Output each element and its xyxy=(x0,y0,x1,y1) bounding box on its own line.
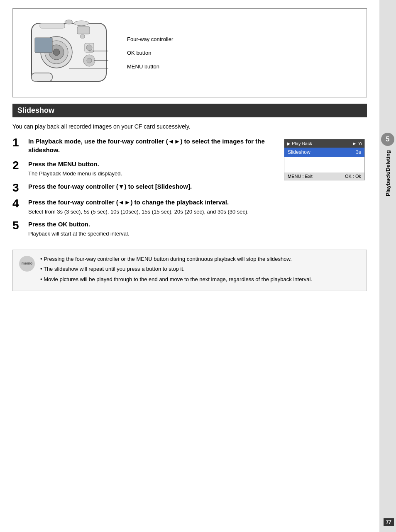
menu-row-label: Slideshow xyxy=(288,149,310,155)
memo-item-1: Pressing the four-way controller or the … xyxy=(40,255,312,264)
step-3-number: 3 xyxy=(12,182,24,194)
svg-point-14 xyxy=(74,21,89,26)
svg-rect-12 xyxy=(35,38,52,53)
menu-header-right: ► Yi xyxy=(352,141,362,146)
step-4: 4 Press the four-way controller (◄►) to … xyxy=(12,198,276,216)
step-1: 1 In Playback mode, use the four-way con… xyxy=(12,137,276,155)
menu-footer-left: MENU : Exit xyxy=(288,174,313,179)
memo-icon: memo xyxy=(19,256,35,272)
camera-svg xyxy=(19,15,119,90)
chapter-label: Playback/Deleting xyxy=(385,150,391,196)
menu-header-arrow: ► xyxy=(352,141,357,146)
menu-header-left: ▶ Play Back xyxy=(287,141,312,146)
main-content: Four-way controller OK button MENU butto… xyxy=(0,0,379,532)
svg-rect-13 xyxy=(32,73,52,81)
intro-text: You can play back all recorded images on… xyxy=(12,122,367,131)
camera-labels: Four-way controller OK button MENU butto… xyxy=(127,36,173,70)
menu-screenshot-area: ▶ Play Back ► Yi Slideshow 3s MENU : Ex xyxy=(284,137,367,242)
svg-point-10 xyxy=(87,58,92,63)
step-5-title: Press the OK button. xyxy=(28,220,276,228)
step-4-desc: Select from 3s (3 sec), 5s (5 sec), 10s … xyxy=(28,208,276,216)
memo-item-2: The slideshow will repeat until you pres… xyxy=(40,265,312,274)
menu-footer-right: OK : Ok xyxy=(345,174,361,179)
step-1-number: 1 xyxy=(12,137,24,148)
svg-rect-5 xyxy=(40,23,65,28)
memo-icon-container: memo xyxy=(19,255,35,272)
step-2-desc: The Playback Mode menu is displayed. xyxy=(28,170,276,178)
section-heading: Slideshow xyxy=(12,104,367,117)
step-4-number: 4 xyxy=(12,198,24,209)
step-2-title: Press the MENU button. xyxy=(28,160,276,168)
chapter-number: 5 xyxy=(381,133,394,146)
label-ok-text: OK button xyxy=(127,50,152,56)
menu-header: ▶ Play Back ► Yi xyxy=(284,139,364,148)
step-2-content: Press the MENU button. The Playback Mode… xyxy=(28,160,276,178)
memo-content: Pressing the four-way controller or the … xyxy=(40,255,312,286)
step-1-content: In Playback mode, use the four-way contr… xyxy=(28,137,276,155)
step-3-title: Press the four-way controller (▼) to sel… xyxy=(28,182,276,191)
step-5-content: Press the OK button. Playback will start… xyxy=(28,220,276,238)
playback-icon: ▶ xyxy=(287,141,290,146)
section-title: Slideshow xyxy=(17,106,54,114)
camera-drawing xyxy=(19,15,123,91)
step-5-desc: Playback will start at the specified int… xyxy=(28,230,276,238)
step-4-content: Press the four-way controller (◄►) to ch… xyxy=(28,198,276,216)
step-2: 2 Press the MENU button. The Playback Mo… xyxy=(12,160,276,178)
menu-header-tabs: Yi xyxy=(358,141,362,146)
step-2-number: 2 xyxy=(12,160,24,171)
menu-body: Slideshow 3s xyxy=(284,148,364,172)
label-menu-button: MENU button xyxy=(127,63,173,70)
memo-list: Pressing the four-way controller or the … xyxy=(40,255,312,284)
menu-header-title: Play Back xyxy=(292,141,312,146)
right-sidebar: 5 Playback/Deleting 77 xyxy=(379,0,396,532)
step-1-title: In Playback mode, use the four-way contr… xyxy=(28,137,276,154)
svg-point-8 xyxy=(86,45,92,51)
svg-point-15 xyxy=(65,20,73,24)
menu-screenshot: ▶ Play Back ► Yi Slideshow 3s MENU : Ex xyxy=(284,139,365,180)
step-4-title: Press the four-way controller (◄►) to ch… xyxy=(28,198,276,206)
step-5: 5 Press the OK button. Playback will sta… xyxy=(12,220,276,238)
memo-item-3: Movie pictures will be played through to… xyxy=(40,275,312,284)
label-ok-button: OK button xyxy=(127,50,173,56)
label-four-way-text: Four-way controller xyxy=(127,36,173,42)
svg-rect-6 xyxy=(77,27,90,34)
step-3: 3 Press the four-way controller (▼) to s… xyxy=(12,182,276,194)
menu-row-value: 3s xyxy=(356,149,361,155)
steps-area: 1 In Playback mode, use the four-way con… xyxy=(12,137,367,242)
label-menu-text: MENU button xyxy=(127,63,159,70)
menu-footer: MENU : Exit OK : Ok xyxy=(284,172,364,180)
page-number: 77 xyxy=(384,518,394,526)
label-four-way: Four-way controller xyxy=(127,36,173,42)
svg-rect-11 xyxy=(81,35,85,38)
svg-point-4 xyxy=(53,49,60,56)
menu-row-slideshow: Slideshow 3s xyxy=(284,148,364,157)
steps-left: 1 In Playback mode, use the four-way con… xyxy=(12,137,276,242)
step-3-content: Press the four-way controller (▼) to sel… xyxy=(28,182,276,192)
memo-box: memo Pressing the four-way controller or… xyxy=(12,250,367,291)
memo-icon-label: memo xyxy=(22,260,33,266)
step-5-number: 5 xyxy=(12,220,24,231)
camera-illustration-box: Four-way controller OK button MENU butto… xyxy=(12,8,367,97)
